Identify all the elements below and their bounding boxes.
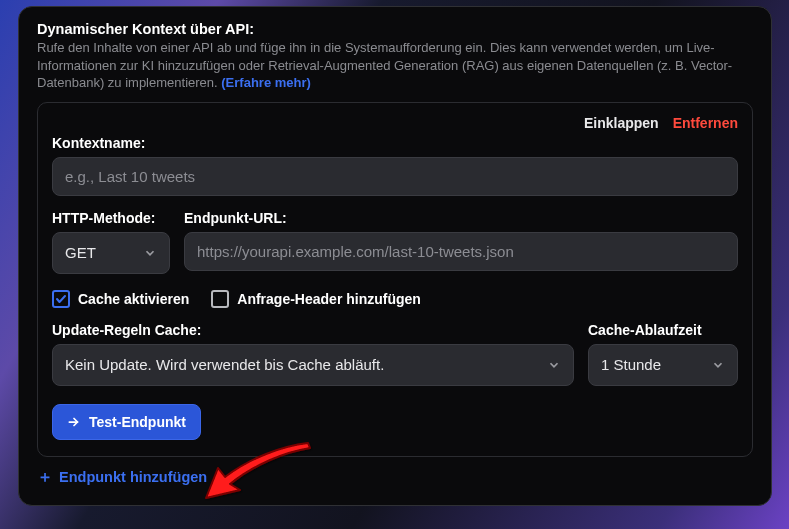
- checkbox-row: Cache aktivieren Anfrage-Header hinzufüg…: [52, 290, 738, 308]
- card-actions: Einklappen Entfernen: [52, 115, 738, 131]
- context-name-input[interactable]: [52, 157, 738, 196]
- remove-link[interactable]: Entfernen: [673, 115, 738, 131]
- endpoint-url-input[interactable]: [184, 232, 738, 271]
- arrow-right-icon: [67, 415, 81, 429]
- http-method-value: GET: [65, 244, 96, 261]
- endpoint-url-col: Endpunkt-URL:: [184, 210, 738, 274]
- http-method-select[interactable]: GET: [52, 232, 170, 274]
- http-method-label: HTTP-Methode:: [52, 210, 170, 226]
- cache-enable-label: Cache aktivieren: [78, 291, 189, 307]
- update-rules-label: Update-Regeln Cache:: [52, 322, 574, 338]
- method-url-row: HTTP-Methode: GET Endpunkt-URL:: [52, 210, 738, 274]
- plus-icon: ＋: [37, 469, 53, 485]
- add-endpoint-label: Endpunkt hinzufügen: [59, 469, 207, 485]
- update-rules-select[interactable]: Kein Update. Wird verwendet bis Cache ab…: [52, 344, 574, 386]
- context-name-label: Kontextname:: [52, 135, 738, 151]
- panel-description: Rufe den Inhalte von einer API ab und fü…: [37, 39, 753, 92]
- rules-row: Update-Regeln Cache: Kein Update. Wird v…: [52, 322, 738, 386]
- checkbox-checked-icon: [52, 290, 70, 308]
- ttl-label: Cache-Ablaufzeit: [588, 322, 738, 338]
- chevron-down-icon: [547, 358, 561, 372]
- description-text: Rufe den Inhalte von einer API ab und fü…: [37, 40, 732, 90]
- update-rules-value: Kein Update. Wird verwendet bis Cache ab…: [65, 356, 384, 373]
- checkbox-unchecked-icon: [211, 290, 229, 308]
- add-endpoint-link[interactable]: ＋ Endpunkt hinzufügen: [37, 469, 207, 485]
- test-endpoint-label: Test-Endpunkt: [89, 414, 186, 430]
- add-headers-label: Anfrage-Header hinzufügen: [237, 291, 421, 307]
- endpoint-card: Einklappen Entfernen Kontextname: HTTP-M…: [37, 102, 753, 457]
- add-headers-checkbox[interactable]: Anfrage-Header hinzufügen: [211, 290, 421, 308]
- cache-enable-checkbox[interactable]: Cache aktivieren: [52, 290, 189, 308]
- test-endpoint-button[interactable]: Test-Endpunkt: [52, 404, 201, 440]
- collapse-link[interactable]: Einklappen: [584, 115, 659, 131]
- panel-title: Dynamischer Kontext über API:: [37, 21, 753, 37]
- chevron-down-icon: [143, 246, 157, 260]
- ttl-select[interactable]: 1 Stunde: [588, 344, 738, 386]
- learn-more-link[interactable]: (Erfahre mehr): [221, 75, 311, 90]
- ttl-col: Cache-Ablaufzeit 1 Stunde: [588, 322, 738, 386]
- update-rules-col: Update-Regeln Cache: Kein Update. Wird v…: [52, 322, 574, 386]
- http-method-col: HTTP-Methode: GET: [52, 210, 170, 274]
- api-context-panel: Dynamischer Kontext über API: Rufe den I…: [18, 6, 772, 506]
- chevron-down-icon: [711, 358, 725, 372]
- endpoint-url-label: Endpunkt-URL:: [184, 210, 738, 226]
- ttl-value: 1 Stunde: [601, 356, 661, 373]
